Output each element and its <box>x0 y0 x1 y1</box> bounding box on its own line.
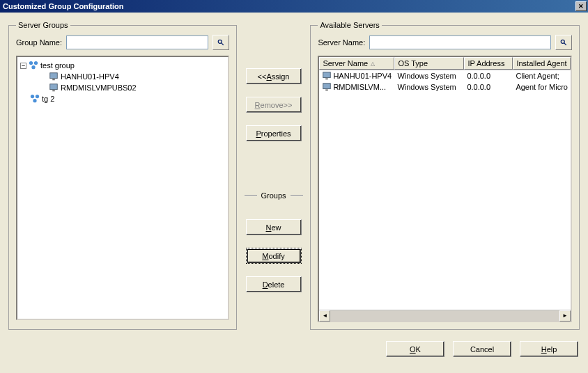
server-groups-legend: Server Groups <box>16 21 70 29</box>
svg-line-1 <box>221 43 223 45</box>
server-groups-panel: Server Groups Group Name: − test group H… <box>8 21 237 330</box>
svg-rect-7 <box>50 84 58 90</box>
tree-node-label: tg 2 <box>42 95 54 103</box>
groups-separator: Groups <box>245 191 303 200</box>
available-servers-panel: Available Servers Server Name: Server Na… <box>310 21 580 330</box>
cell-ip: 0.0.0.0 <box>464 72 513 80</box>
properties-button[interactable]: Properties <box>246 125 302 141</box>
svg-point-11 <box>33 99 36 102</box>
modify-button[interactable]: Modify <box>246 248 302 264</box>
svg-rect-6 <box>52 79 55 81</box>
server-icon <box>49 83 59 93</box>
horizontal-scrollbar[interactable]: ◄ ► <box>319 310 571 321</box>
tree-child-node[interactable]: HANHU01-HPV4 <box>20 71 225 82</box>
svg-rect-15 <box>326 79 329 80</box>
groups-label: Groups <box>261 191 286 200</box>
group-name-label: Group Name: <box>16 38 62 47</box>
search-icon <box>217 38 224 47</box>
tree-node-label: test group <box>40 61 75 70</box>
ok-button[interactable]: OK <box>386 341 444 357</box>
server-icon <box>49 72 59 81</box>
servers-grid[interactable]: Server Name△ OS Type IP Address Installe… <box>318 56 572 322</box>
col-installed-agent[interactable]: Installed Agent <box>513 57 571 70</box>
server-search-button[interactable] <box>555 35 572 50</box>
svg-point-2 <box>29 61 33 65</box>
group-name-input[interactable] <box>66 35 208 49</box>
svg-rect-16 <box>323 84 331 89</box>
col-server-name[interactable]: Server Name△ <box>319 57 394 70</box>
server-icon <box>322 82 332 92</box>
assign-button[interactable]: <<Assign <box>246 68 302 84</box>
servers-group-icon <box>29 61 38 70</box>
collapse-icon[interactable]: − <box>20 63 26 69</box>
help-button[interactable]: Help <box>520 341 578 357</box>
grid-row[interactable]: HANHU01-HPV4 Windows System 0.0.0.0 Clie… <box>319 70 571 81</box>
close-button[interactable]: ✕ <box>575 1 587 11</box>
svg-point-0 <box>218 40 222 43</box>
servers-group-icon <box>30 94 40 104</box>
server-name-label: Server Name: <box>318 38 365 47</box>
svg-point-9 <box>31 95 34 98</box>
svg-rect-14 <box>323 72 331 78</box>
tree-root-node[interactable]: − test group <box>20 60 225 71</box>
dialog-footer: OK Cancel Help <box>0 333 588 365</box>
svg-point-10 <box>36 95 39 98</box>
delete-button[interactable]: Delete <box>246 276 302 292</box>
col-ip-address[interactable]: IP Address <box>464 57 513 70</box>
svg-rect-17 <box>326 90 329 91</box>
title-bar: Customized Group Configuration ✕ <box>0 0 588 13</box>
server-name-input[interactable] <box>369 35 551 49</box>
server-icon <box>322 71 332 81</box>
sort-asc-icon: △ <box>371 61 375 67</box>
svg-rect-5 <box>50 73 58 79</box>
svg-point-4 <box>31 65 35 69</box>
available-servers-legend: Available Servers <box>318 21 381 29</box>
groups-tree[interactable]: − test group HANHU01-HPV4 RMDMISLVMPUBS0… <box>16 56 229 320</box>
cell-ip: 0.0.0.0 <box>464 83 513 91</box>
grid-header[interactable]: Server Name△ OS Type IP Address Installe… <box>319 57 571 70</box>
scroll-right-button[interactable]: ► <box>559 310 571 322</box>
tree-node-label: HANHU01-HPV4 <box>61 72 119 81</box>
grid-row[interactable]: RMDMISLVM... Windows System 0.0.0.0 Agen… <box>319 81 571 93</box>
cell-agent: Agent for Micro <box>513 83 571 91</box>
search-icon <box>560 38 567 47</box>
cell-os: Windows System <box>394 83 464 91</box>
tree-root-node[interactable]: tg 2 <box>20 93 225 104</box>
tree-node-label: RMDMISLVMPUBS02 <box>61 84 137 92</box>
remove-button[interactable]: Remove>> <box>246 97 302 113</box>
action-buttons-panel: <<Assign Remove>> Properties Groups New … <box>237 21 311 328</box>
svg-rect-8 <box>52 90 55 92</box>
scroll-left-button[interactable]: ◄ <box>319 310 330 322</box>
new-button[interactable]: New <box>246 219 302 235</box>
svg-point-3 <box>34 61 38 65</box>
svg-point-12 <box>561 40 564 43</box>
svg-line-13 <box>564 43 566 45</box>
tree-child-node[interactable]: RMDMISLVMPUBS02 <box>20 82 225 93</box>
window-title: Customized Group Configuration <box>3 2 124 10</box>
cancel-button[interactable]: Cancel <box>453 341 511 357</box>
cell-server: RMDMISLVM... <box>333 83 386 91</box>
col-os-type[interactable]: OS Type <box>394 57 464 70</box>
cell-server: HANHU01-HPV4 <box>333 72 392 80</box>
cell-os: Windows System <box>394 72 464 80</box>
group-search-button[interactable] <box>212 35 229 50</box>
cell-agent: Client Agent; <box>513 72 571 80</box>
